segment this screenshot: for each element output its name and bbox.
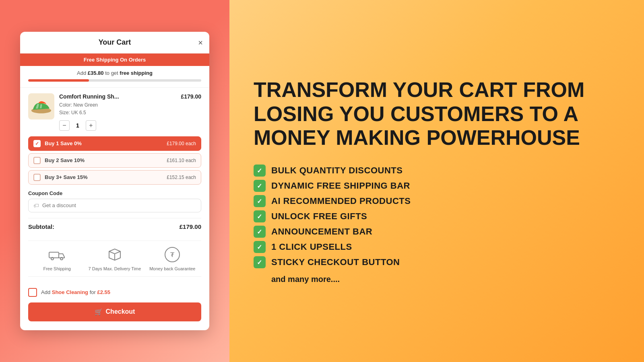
right-panel: TRANSFORM YOUR CART FROM LOSING YOU CUST…: [229, 0, 644, 362]
coupon-label: Coupon Code: [28, 190, 201, 196]
svg-text:₮: ₮: [170, 251, 175, 258]
feature-label-1: BULK QUANTITY DISCOUNTS: [271, 165, 402, 176]
features-list: ✓ BULK QUANTITY DISCOUNTS ✓ DYNAMIC FREE…: [254, 165, 620, 268]
cart-item-details: Comfort Running Sh... £179.00 Color: New…: [59, 93, 201, 130]
trust-badge-moneyback: ₮ Money back Guarantee: [144, 246, 201, 272]
bulk-label-2: Buy 2 Save 10%: [45, 157, 163, 163]
bulk-label-3: Buy 3+ Save 15%: [45, 174, 163, 180]
cart-item-color: Color: New Green: [59, 101, 201, 109]
progress-prefix: Add: [77, 70, 88, 76]
feature-label-5: ANNOUNCEMENT BAR: [271, 226, 372, 237]
truck-icon: [48, 246, 66, 263]
progress-free: free shipping: [120, 70, 153, 76]
feature-item-1: ✓ BULK QUANTITY DISCOUNTS: [254, 165, 620, 177]
qty-controls: − 1 +: [59, 120, 201, 131]
shipping-progress: Add £35.80 to get free shipping: [20, 66, 209, 88]
coupon-input[interactable]: [42, 202, 196, 208]
feature-label-6: 1 CLICK UPSELLS: [271, 242, 352, 252]
feature-item-3: ✓ AI RECOMMENDED PRODUCTS: [254, 195, 620, 207]
feature-item-6: ✓ 1 CLICK UPSELLS: [254, 241, 620, 253]
bulk-checkbox-1: ✓: [33, 140, 41, 147]
progress-bar-track: [28, 79, 201, 82]
checkout-label: Checkout: [106, 308, 135, 315]
trust-badges: Free Shipping 7 Days Max. Delivery Time: [28, 241, 201, 277]
guarantee-icon: ₮: [163, 246, 181, 263]
coupon-input-wrap: 🏷: [28, 199, 201, 212]
cart-item-name: Comfort Running Sh...: [59, 93, 119, 100]
trust-label-shipping: Free Shipping: [43, 266, 71, 272]
shoe-icon: [30, 97, 52, 115]
check-icon-4: ✓: [254, 210, 266, 222]
bulk-checkbox-3: [33, 174, 41, 181]
subtotal-label: Subtotal:: [28, 223, 54, 230]
cart-body: Comfort Running Sh... £179.00 Color: New…: [20, 88, 209, 288]
bulk-option-1[interactable]: ✓ Buy 1 Save 0% £179.00 each: [28, 136, 201, 151]
bulk-price-1: £179.00 each: [167, 141, 196, 146]
cart-item-image: [28, 93, 54, 119]
qty-value: 1: [74, 122, 82, 129]
feature-label-2: DYNAMIC FREE SHIPPING BAR: [271, 181, 410, 191]
feature-item-2: ✓ DYNAMIC FREE SHIPPING BAR: [254, 180, 620, 192]
cart-title: Your Cart: [99, 38, 131, 47]
check-icon-6: ✓: [254, 241, 266, 253]
subtotal-value: £179.00: [180, 223, 201, 230]
check-icon-5: ✓: [254, 226, 266, 238]
qty-decrease-button[interactable]: −: [59, 120, 70, 131]
cart-header: Your Cart ×: [20, 32, 209, 53]
cart-item-attrs: Color: New Green Size: UK 6.5: [59, 101, 201, 117]
coupon-section: Coupon Code 🏷: [28, 190, 201, 212]
addon-text: Add Shoe Cleaning for £2.55: [41, 289, 110, 295]
check-icon-7: ✓: [254, 256, 266, 268]
checkout-button[interactable]: 🛒 Checkout: [28, 302, 201, 321]
hero-title: TRANSFORM YOUR CART FROM LOSING YOU CUST…: [254, 78, 620, 150]
bulk-price-2: £161.10 each: [167, 158, 196, 163]
cart-item: Comfort Running Sh... £179.00 Color: New…: [28, 93, 201, 130]
progress-bar-fill: [28, 79, 89, 82]
feature-item-5: ✓ ANNOUNCEMENT BAR: [254, 226, 620, 238]
trust-label-delivery: 7 Days Max. Delivery Time: [89, 266, 141, 272]
check-icon-1: ✓: [254, 165, 266, 177]
addon-price: £2.55: [97, 289, 110, 295]
bulk-options: ✓ Buy 1 Save 0% £179.00 each Buy 2 Save …: [28, 136, 201, 185]
addon-checkbox[interactable]: [28, 288, 37, 297]
progress-suffix: to get: [104, 70, 120, 76]
left-panel: Your Cart × Free Shipping On Orders Add …: [0, 0, 229, 362]
free-shipping-banner: Free Shipping On Orders: [20, 53, 209, 66]
bulk-checkbox-2: [33, 157, 41, 164]
feature-item-4: ✓ UNLOCK FREE GIFTS: [254, 210, 620, 222]
box-icon: [106, 246, 124, 263]
qty-increase-button[interactable]: +: [86, 120, 96, 131]
feature-label-3: AI RECOMMENDED PRODUCTS: [271, 196, 411, 206]
cart-modal: Your Cart × Free Shipping On Orders Add …: [20, 32, 209, 330]
coupon-icon: 🏷: [33, 202, 39, 209]
bulk-label-1: Buy 1 Save 0%: [45, 140, 163, 146]
checkout-icon: 🛒: [95, 308, 103, 316]
bulk-option-2[interactable]: Buy 2 Save 10% £161.10 each: [28, 153, 201, 168]
subtotal-row: Subtotal: £179.00: [28, 218, 201, 235]
shipping-progress-text: Add £35.80 to get free shipping: [28, 70, 201, 76]
check-icon-2: ✓: [254, 180, 266, 192]
bulk-option-3[interactable]: Buy 3+ Save 15% £152.15 each: [28, 170, 201, 185]
cart-item-size: Size: UK 6.5: [59, 109, 201, 117]
close-button[interactable]: ×: [198, 39, 203, 47]
addon-row: Add Shoe Cleaning for £2.55: [28, 288, 201, 297]
svg-point-3: [60, 257, 63, 260]
and-more-text: and many more....: [254, 275, 620, 284]
svg-rect-1: [49, 252, 59, 258]
trust-badge-shipping: Free Shipping: [28, 246, 86, 272]
cart-item-price: £179.00: [181, 93, 201, 100]
svg-point-2: [51, 257, 54, 260]
addon-product: Shoe Cleaning: [52, 289, 88, 295]
bulk-price-3: £152.15 each: [167, 175, 196, 180]
trust-label-moneyback: Money back Guarantee: [149, 266, 195, 272]
feature-label-7: STICKY CHECKOUT BUTTON: [271, 257, 400, 267]
feature-item-7: ✓ STICKY CHECKOUT BUTTON: [254, 256, 620, 268]
progress-amount: £35.80: [88, 70, 104, 76]
cart-footer: Add Shoe Cleaning for £2.55 🛒 Checkout: [20, 288, 209, 330]
trust-badge-delivery: 7 Days Max. Delivery Time: [86, 246, 143, 272]
check-icon-3: ✓: [254, 195, 266, 207]
feature-label-4: UNLOCK FREE GIFTS: [271, 211, 367, 222]
